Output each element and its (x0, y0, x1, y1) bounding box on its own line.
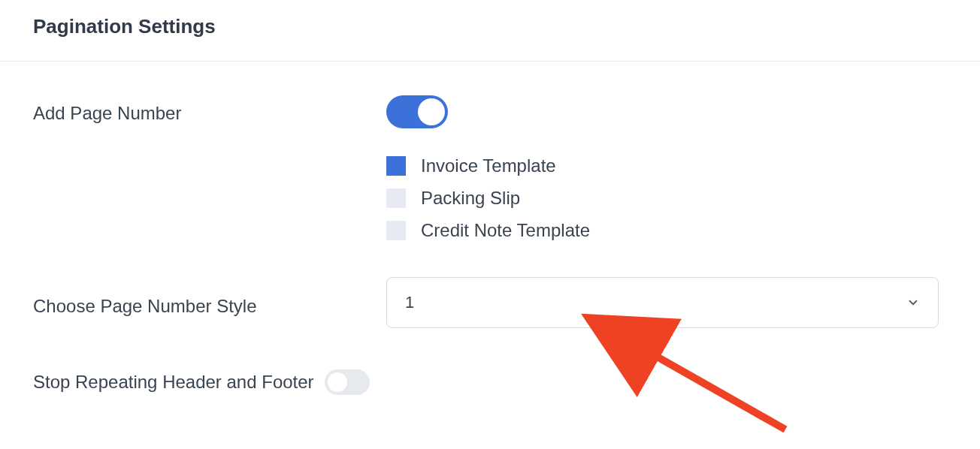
add-page-number-label: Add Page Number (33, 103, 386, 124)
template-checkbox-label: Packing Slip (421, 182, 520, 214)
checkbox-icon (386, 188, 406, 208)
template-checkbox-list: Invoice Template Packing Slip Credit Not… (386, 149, 947, 247)
chevron-down-icon (906, 296, 920, 309)
stop-repeating-row: Stop Repeating Header and Footer (33, 369, 947, 395)
add-page-number-control (386, 95, 947, 131)
toggle-knob-icon (328, 372, 347, 392)
toggle-knob-icon (418, 98, 445, 125)
section-header: Pagination Settings (0, 0, 980, 61)
page-number-style-label: Choose Page Number Style (33, 288, 386, 317)
checkbox-icon (386, 156, 406, 176)
add-page-number-toggle[interactable] (386, 95, 448, 128)
stop-repeating-toggle[interactable] (325, 369, 370, 395)
add-page-number-row: Add Page Number (33, 95, 947, 131)
template-checkbox-label: Invoice Template (421, 149, 556, 182)
template-checkbox-label: Credit Note Template (421, 214, 590, 246)
stop-repeating-label: Stop Repeating Header and Footer (33, 372, 314, 393)
template-checkbox-credit-note[interactable]: Credit Note Template (386, 214, 947, 246)
checkbox-icon (386, 221, 406, 240)
content-area: Add Page Number Invoice Template Packing… (0, 62, 980, 395)
page-number-style-select[interactable]: 1 (386, 277, 939, 328)
page-number-style-value: 1 (405, 293, 414, 312)
template-checkbox-invoice[interactable]: Invoice Template (386, 149, 947, 182)
template-checkbox-packing-slip[interactable]: Packing Slip (386, 182, 947, 214)
page-number-style-row: Choose Page Number Style 1 (33, 277, 947, 328)
page-number-style-control: 1 (386, 277, 947, 328)
page-title: Pagination Settings (33, 15, 947, 38)
